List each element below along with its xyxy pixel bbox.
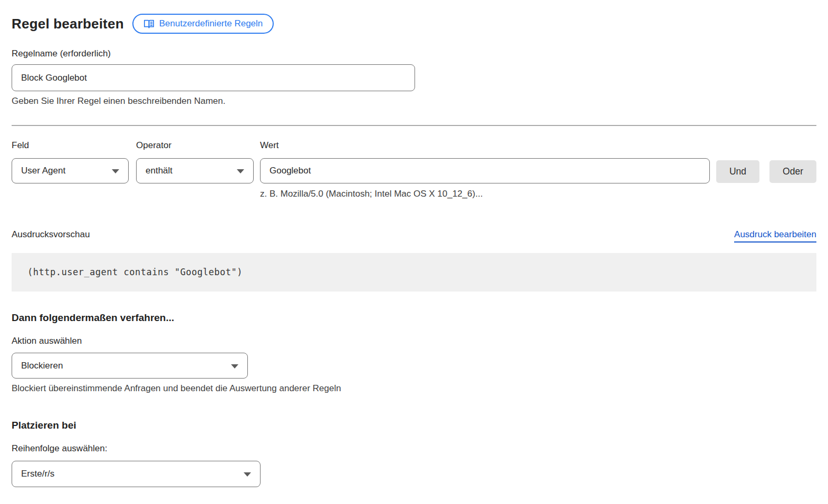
expression-preview-box: (http.user_agent contains "Googlebot") <box>12 253 816 292</box>
action-help: Blockiert übereinstimmende Anfragen und … <box>12 383 816 394</box>
expression-code: (http.user_agent contains "Googlebot") <box>27 267 243 277</box>
rule-name-label: Regelname (erforderlich) <box>12 49 816 59</box>
page-header: Regel bearbeiten Benutzerdefinierte Rege… <box>12 14 816 34</box>
section-divider <box>12 125 816 126</box>
logic-buttons: Und Oder <box>716 160 816 199</box>
custom-rules-badge-button[interactable]: Benutzerdefinierte Regeln <box>132 14 274 34</box>
chevron-down-icon <box>244 472 251 477</box>
or-button[interactable]: Oder <box>769 160 816 183</box>
page-title: Regel bearbeiten <box>12 16 124 32</box>
operator-column: Operator enthält <box>136 140 254 199</box>
order-select[interactable]: Erste/r/s <box>12 461 261 487</box>
operator-label: Operator <box>136 140 254 151</box>
field-label: Feld <box>12 140 129 151</box>
chevron-down-icon <box>237 169 244 173</box>
value-input[interactable] <box>260 158 710 183</box>
rule-name-help: Geben Sie Ihrer Regel einen beschreibend… <box>12 96 816 106</box>
value-label: Wert <box>260 140 710 151</box>
field-select-value: User Agent <box>21 166 65 176</box>
chevron-down-icon <box>112 169 119 173</box>
placement-heading: Platzieren bei <box>12 420 816 431</box>
chevron-down-icon <box>231 364 238 369</box>
rule-name-section: Regelname (erforderlich) Geben Sie Ihrer… <box>12 49 816 106</box>
action-select[interactable]: Blockieren <box>12 353 248 379</box>
placement-section: Platzieren bei Reihenfolge auswählen: Er… <box>12 420 816 487</box>
action-heading: Dann folgendermaßen verfahren... <box>12 312 816 324</box>
field-select[interactable]: User Agent <box>12 158 129 183</box>
operator-select-value: enthält <box>146 166 172 176</box>
expression-preview-label: Ausdrucksvorschau <box>12 229 90 240</box>
expression-header: Ausdrucksvorschau Ausdruck bearbeiten <box>12 229 816 243</box>
value-column: Wert z. B. Mozilla/5.0 (Macintosh; Intel… <box>260 140 710 199</box>
field-column: Feld User Agent <box>12 140 129 199</box>
action-section: Dann folgendermaßen verfahren... Aktion … <box>12 312 816 394</box>
custom-rules-badge-label: Benutzerdefinierte Regeln <box>159 18 263 29</box>
operator-select[interactable]: enthält <box>136 158 254 183</box>
action-select-value: Blockieren <box>21 361 63 371</box>
edit-expression-link[interactable]: Ausdruck bearbeiten <box>734 229 816 243</box>
rule-name-input[interactable] <box>12 64 415 91</box>
action-label: Aktion auswählen <box>12 336 816 346</box>
and-button[interactable]: Und <box>716 160 759 183</box>
open-book-icon <box>143 19 155 29</box>
value-help: z. B. Mozilla/5.0 (Macintosh; Intel Mac … <box>260 189 710 199</box>
edit-rule-page: Regel bearbeiten Benutzerdefinierte Rege… <box>0 0 828 487</box>
condition-row: Feld User Agent Operator enthält Wert z.… <box>12 140 816 199</box>
order-select-value: Erste/r/s <box>21 469 54 479</box>
order-label: Reihenfolge auswählen: <box>12 443 816 454</box>
expression-section: Ausdrucksvorschau Ausdruck bearbeiten (h… <box>12 229 816 292</box>
